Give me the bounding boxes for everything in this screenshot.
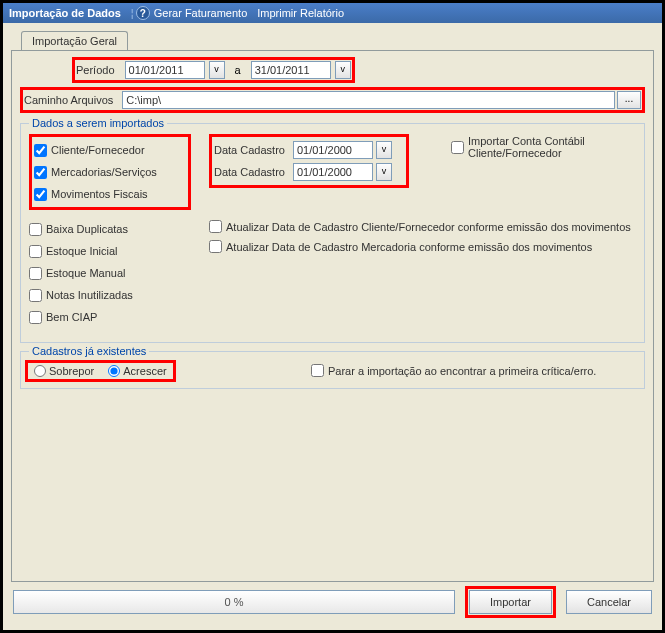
chk-notas-row: Notas Inutilizadas <box>29 284 133 306</box>
chk-estoque-manual-label: Estoque Manual <box>46 267 126 279</box>
tab-importacao-geral[interactable]: Importação Geral <box>21 31 128 50</box>
data-cadastro2-input[interactable] <box>293 163 373 181</box>
radio-acrescer[interactable] <box>108 365 120 377</box>
importar-highlight: Importar <box>465 586 556 618</box>
col3: Importar Conta Contábil Cliente/Forneced… <box>451 136 638 158</box>
periodo-inicio-dropdown[interactable]: v <box>209 61 225 79</box>
chk-movimentos-row: Movimentos Fiscais <box>34 183 186 205</box>
chk-parar-row: Parar a importação ao encontrar a primei… <box>311 364 596 377</box>
chk-atualizar2-row: Atualizar Data de Cadastro Mercadoria co… <box>209 240 592 253</box>
data-cadastro2-row: Data Cadastro v <box>214 161 404 183</box>
chk-cliente-row: Cliente/Fornecedor <box>34 139 186 161</box>
chk-bem-ciap[interactable] <box>29 311 42 324</box>
chk-atualizar1[interactable] <box>209 220 222 233</box>
data-cadastro1-input[interactable] <box>293 141 373 159</box>
titlebar: Importação de Dados ¦ ? Gerar Faturament… <box>3 3 662 23</box>
chk-importar-conta-label: Importar Conta Contábil Cliente/Forneced… <box>468 135 638 159</box>
menu-gerar-faturamento[interactable]: Gerar Faturamento <box>154 7 248 19</box>
window-title: Importação de Dados <box>9 7 121 19</box>
menu-imprimir-relatorio[interactable]: Imprimir Relatório <box>257 7 344 19</box>
radio-sobrepor-label: Sobrepor <box>49 365 94 377</box>
tab-strip: Importação Geral <box>11 29 654 51</box>
chk-notas-inutilizadas[interactable] <box>29 289 42 302</box>
progress-bar: 0 % <box>13 590 455 614</box>
main-panel: Período v a v Caminho Arquivos ... Dados… <box>11 50 654 582</box>
title-divider: ¦ <box>131 7 134 19</box>
progress-text: 0 % <box>225 596 244 608</box>
data-cadastro1-row: Data Cadastro v <box>214 139 404 161</box>
dados-legend: Dados a serem importados <box>29 117 167 129</box>
chk-estoque-inicial-label: Estoque Inicial <box>46 245 118 257</box>
chk-movimentos[interactable] <box>34 188 47 201</box>
chk-baixa-duplicatas[interactable] <box>29 223 42 236</box>
dados-groupbox: Dados a serem importados Cliente/Fornece… <box>20 123 645 343</box>
radio-acrescer-label: Acrescer <box>123 365 166 377</box>
content-area: Importação Geral Período v a v Caminho A… <box>3 23 662 630</box>
chk-baixa-label: Baixa Duplicatas <box>46 223 128 235</box>
browse-button[interactable]: ... <box>617 91 641 109</box>
periodo-highlight: Período v a v <box>72 57 355 83</box>
chk-cliente-label: Cliente/Fornecedor <box>51 144 145 156</box>
periodo-fim-input[interactable] <box>251 61 331 79</box>
periodo-label: Período <box>76 64 115 76</box>
caminho-label: Caminho Arquivos <box>24 94 113 106</box>
chk-estoque-manual[interactable] <box>29 267 42 280</box>
chk-importar-conta-row: Importar Conta Contábil Cliente/Forneced… <box>451 136 638 158</box>
chk-notas-label: Notas Inutilizadas <box>46 289 133 301</box>
chk-estoque-inicial-row: Estoque Inicial <box>29 240 133 262</box>
chk-bem-ciap-row: Bem CIAP <box>29 306 133 328</box>
radio-sobrepor[interactable] <box>34 365 46 377</box>
chk-mercadorias-row: Mercadorias/Serviços <box>34 161 186 183</box>
chk-parar-label: Parar a importação ao encontrar a primei… <box>328 365 596 377</box>
chk-atualizar2[interactable] <box>209 240 222 253</box>
data-cadastro1-label: Data Cadastro <box>214 144 285 156</box>
chk-movimentos-label: Movimentos Fiscais <box>51 188 148 200</box>
help-icon[interactable]: ? <box>136 6 150 20</box>
data-cadastro1-dropdown[interactable]: v <box>376 141 392 159</box>
periodo-a-label: a <box>235 64 241 76</box>
chk-mercadorias-label: Mercadorias/Serviços <box>51 166 157 178</box>
periodo-fim-dropdown[interactable]: v <box>335 61 351 79</box>
import-window: Importação de Dados ¦ ? Gerar Faturament… <box>0 0 665 633</box>
col2-highlight: Data Cadastro v Data Cadastro v <box>209 134 409 188</box>
radio-group: Sobrepor Acrescer <box>34 365 167 377</box>
chk-parar-critica[interactable] <box>311 364 324 377</box>
caminho-highlight: Caminho Arquivos ... <box>20 87 645 113</box>
chk-bem-ciap-label: Bem CIAP <box>46 311 97 323</box>
importar-button[interactable]: Importar <box>469 590 552 614</box>
chk-cliente[interactable] <box>34 144 47 157</box>
cancelar-button[interactable]: Cancelar <box>566 590 652 614</box>
cadastros-groupbox: Cadastros já existentes Sobrepor Acresce… <box>20 351 645 389</box>
chk-atualizar1-row: Atualizar Data de Cadastro Cliente/Forne… <box>209 220 631 233</box>
bottom-bar: 0 % Importar Cancelar <box>13 586 652 618</box>
chk-atualizar2-label: Atualizar Data de Cadastro Mercadoria co… <box>226 241 592 253</box>
cadastros-legend: Cadastros já existentes <box>29 345 149 357</box>
radio-highlight: Sobrepor Acrescer <box>25 360 176 382</box>
chk-baixa-row: Baixa Duplicatas <box>29 218 133 240</box>
radio-acrescer-item: Acrescer <box>108 365 166 377</box>
lower-checkboxes: Baixa Duplicatas Estoque Inicial Estoque… <box>29 218 133 328</box>
caminho-input[interactable] <box>122 91 615 109</box>
chk-importar-conta[interactable] <box>451 141 464 154</box>
chk-mercadorias[interactable] <box>34 166 47 179</box>
col1-highlight: Cliente/Fornecedor Mercadorias/Serviços … <box>29 134 191 210</box>
data-cadastro2-label: Data Cadastro <box>214 166 285 178</box>
chk-estoque-inicial[interactable] <box>29 245 42 258</box>
periodo-inicio-input[interactable] <box>125 61 205 79</box>
chk-atualizar1-label: Atualizar Data de Cadastro Cliente/Forne… <box>226 221 631 233</box>
chk-estoque-manual-row: Estoque Manual <box>29 262 133 284</box>
data-cadastro2-dropdown[interactable]: v <box>376 163 392 181</box>
radio-sobrepor-item: Sobrepor <box>34 365 94 377</box>
